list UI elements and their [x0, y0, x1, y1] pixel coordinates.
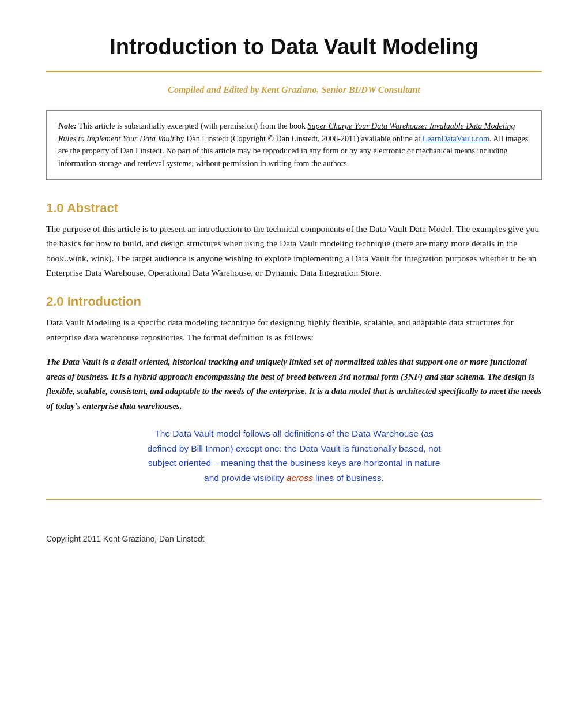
callout-italic: across: [287, 473, 313, 483]
callout-line5: lines of business.: [313, 473, 384, 483]
bottom-divider: [46, 499, 542, 500]
section2-body: Data Vault Modeling is a specific data m…: [46, 315, 542, 344]
note-box: Note: This article is substantially exce…: [46, 110, 542, 180]
callout-line1: The Data Vault model follows all definit…: [154, 429, 433, 438]
author-line: Compiled and Edited by Kent Graziano, Se…: [46, 85, 542, 95]
callout-line3: subject oriented – meaning that the busi…: [148, 458, 440, 468]
callout-line2: defined by Bill Inmon) except one: the D…: [148, 444, 441, 453]
section1-heading: 1.0 Abstract: [46, 201, 542, 216]
page-title: Introduction to Data Vault Modeling: [46, 35, 542, 59]
section1-body: The purpose of this article is to presen…: [46, 221, 542, 280]
callout-line4: and provide visibility: [204, 473, 287, 483]
note-text-after-book: by Dan Linstedt (Copyright © Dan Linsted…: [174, 134, 361, 143]
title-divider: [46, 71, 542, 72]
learn-data-vault-link[interactable]: LearnDataVault.com: [423, 134, 489, 143]
footer: Copyright 2011 Kent Graziano, Dan Linste…: [46, 534, 542, 543]
note-text-before-book: This article is substantially excerpted …: [77, 122, 308, 130]
section2-heading: 2.0 Introduction: [46, 294, 542, 309]
definition-block: The Data Vault is a detail oriented, his…: [46, 355, 542, 414]
callout-block: The Data Vault model follows all definit…: [46, 426, 542, 485]
note-label: Note:: [58, 122, 77, 130]
note-link-prefix: available online at: [361, 134, 423, 143]
